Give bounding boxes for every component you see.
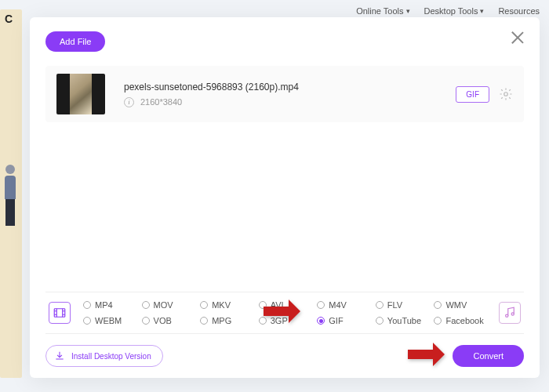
format-option-wmv[interactable]: WMV <box>434 300 489 310</box>
format-option-m4v[interactable]: M4V <box>317 300 373 310</box>
radio-icon <box>259 317 267 325</box>
format-label: 3GP <box>271 316 288 325</box>
format-label: MP4 <box>95 300 113 310</box>
format-option-avi[interactable]: AVI <box>259 300 314 310</box>
svg-point-3 <box>511 313 514 315</box>
format-label: VOB <box>154 316 172 325</box>
radio-icon <box>376 301 384 309</box>
radio-icon <box>83 317 91 325</box>
radio-icon <box>317 317 325 325</box>
format-option-flv[interactable]: FLV <box>376 300 431 310</box>
output-format-badge[interactable]: GIF <box>456 86 489 103</box>
format-label: FLV <box>387 300 402 310</box>
chevron-down-icon: ▾ <box>480 7 484 15</box>
format-option-gif[interactable]: GIF <box>317 316 373 325</box>
format-label: M4V <box>329 300 347 310</box>
download-icon <box>54 350 65 361</box>
radio-icon <box>434 301 442 309</box>
info-icon[interactable]: i <box>124 97 134 107</box>
converter-modal: Add File pexels-sunsetoned-5968893 (2160… <box>30 17 540 378</box>
svg-point-0 <box>504 93 508 96</box>
video-category-icon[interactable] <box>49 302 71 324</box>
radio-icon <box>83 301 91 309</box>
annotation-arrow <box>406 340 445 368</box>
file-row: pexels-sunsetoned-5968893 (2160p).mp4 i … <box>45 66 524 122</box>
format-label: YouTube <box>387 316 421 325</box>
close-icon[interactable] <box>510 30 525 45</box>
format-option-vob[interactable]: VOB <box>142 316 198 325</box>
format-option-youtube[interactable]: YouTube <box>376 316 431 325</box>
format-label: WMV <box>445 300 467 310</box>
format-label: GIF <box>329 316 343 325</box>
radio-icon <box>200 301 208 309</box>
radio-icon <box>259 301 267 309</box>
radio-icon <box>376 317 384 325</box>
format-option-3gp[interactable]: 3GP <box>259 316 314 325</box>
format-option-mov[interactable]: MOV <box>142 300 198 310</box>
format-selector: MP4MOVMKVAVIM4VFLVWMVWEBMVOBMPG3GPGIFYou… <box>45 292 524 334</box>
radio-icon <box>142 301 150 309</box>
svg-rect-1 <box>54 309 65 318</box>
file-resolution: 2160*3840 <box>140 97 182 107</box>
add-file-button[interactable]: Add File <box>45 31 105 52</box>
format-option-mpg[interactable]: MPG <box>200 316 256 325</box>
radio-icon <box>142 317 150 325</box>
radio-icon <box>200 317 208 325</box>
format-label: AVI <box>271 300 284 310</box>
video-thumbnail[interactable] <box>56 74 105 114</box>
nav-item[interactable]: Resources <box>498 6 540 16</box>
gear-icon[interactable] <box>499 87 513 101</box>
svg-point-2 <box>506 314 508 317</box>
format-option-mp4[interactable]: MP4 <box>83 300 139 310</box>
format-label: MKV <box>212 300 231 310</box>
chevron-down-icon: ▾ <box>406 7 410 15</box>
format-option-mkv[interactable]: MKV <box>200 300 256 310</box>
radio-icon <box>434 317 442 325</box>
format-label: MOV <box>154 300 173 310</box>
illustration-person <box>3 165 19 259</box>
convert-button[interactable]: Convert <box>453 345 524 367</box>
file-name: pexels-sunsetoned-5968893 (2160p).mp4 <box>124 82 456 93</box>
format-option-facebook[interactable]: Facebook <box>434 316 489 325</box>
install-desktop-button[interactable]: Install Desktop Version <box>45 345 163 367</box>
nav-item[interactable]: Online Tools ▾ <box>356 6 409 16</box>
top-nav: Online Tools ▾ Desktop Tools ▾ Resources <box>356 6 540 16</box>
app-logo: C <box>5 13 13 25</box>
nav-item[interactable]: Desktop Tools ▾ <box>424 6 485 16</box>
radio-icon <box>317 301 325 309</box>
audio-category-icon[interactable] <box>499 302 521 324</box>
format-label: WEBM <box>95 316 122 325</box>
format-label: MPG <box>212 316 231 325</box>
format-option-webm[interactable]: WEBM <box>83 316 139 325</box>
format-label: Facebook <box>445 316 483 325</box>
